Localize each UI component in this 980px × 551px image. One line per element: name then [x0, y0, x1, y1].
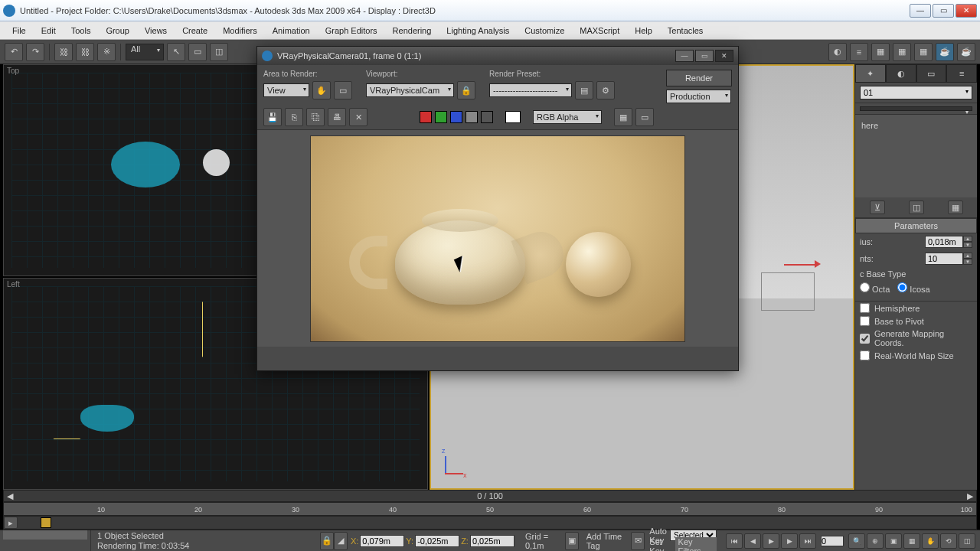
- prev-frame-button[interactable]: ◀: [744, 533, 761, 549]
- render-button-main[interactable]: Render: [666, 70, 732, 86]
- chk-basepivot[interactable]: [860, 316, 870, 326]
- time-next[interactable]: [967, 491, 973, 501]
- channel-red-button[interactable]: [420, 111, 432, 123]
- selection-filter-combo[interactable]: All: [126, 44, 164, 60]
- current-frame-input[interactable]: [821, 536, 844, 546]
- channel-mono-button[interactable]: [481, 111, 493, 123]
- z-input[interactable]: [470, 535, 514, 547]
- segments-input[interactable]: [925, 253, 963, 265]
- menu-views[interactable]: Views: [137, 23, 175, 38]
- area-to-render-combo[interactable]: View: [263, 83, 309, 97]
- radio-octa[interactable]: Octa: [860, 282, 890, 294]
- material-editor-button[interactable]: ◐: [828, 43, 847, 61]
- teapot-render-button[interactable]: ☕: [936, 43, 954, 61]
- link-button[interactable]: ⛓: [54, 43, 73, 61]
- channel-blue-button[interactable]: [450, 111, 462, 123]
- maximize-button[interactable]: ▭: [933, 4, 954, 18]
- x-input[interactable]: [360, 535, 404, 547]
- color-swatch[interactable]: [505, 111, 521, 123]
- show-result-button[interactable]: ◫: [909, 201, 924, 214]
- menu-rendering[interactable]: Rendering: [385, 23, 439, 38]
- pin-stack-button[interactable]: ⊻: [870, 201, 885, 214]
- channel-green-button[interactable]: [435, 111, 447, 123]
- toggle-overlay-button[interactable]: ▦: [614, 108, 632, 126]
- env-button[interactable]: ▤: [575, 81, 593, 99]
- trackbar-toggle[interactable]: ▸: [4, 517, 18, 529]
- menu-file[interactable]: File: [5, 23, 34, 38]
- edit-region-button[interactable]: ✋: [312, 81, 331, 99]
- add-time-tag[interactable]: Add Time Tag: [586, 532, 624, 550]
- tab-create[interactable]: ✦: [855, 64, 886, 83]
- time-ruler[interactable]: 10 20 30 40 50 60 70 80 90 100: [3, 502, 977, 516]
- move-gizmo[interactable]: [784, 257, 830, 272]
- tab-motion[interactable]: ≡: [946, 64, 977, 83]
- configure-button[interactable]: ▦: [948, 201, 963, 214]
- save-image-button[interactable]: 💾: [263, 108, 282, 126]
- toggle-ui-button[interactable]: ▭: [635, 108, 654, 126]
- quick-render-button[interactable]: ▦: [914, 43, 933, 61]
- play-button[interactable]: ▶: [763, 533, 779, 549]
- select-button[interactable]: ↖: [167, 43, 185, 61]
- render-mode-combo[interactable]: Production: [666, 90, 731, 103]
- key-filters-button[interactable]: Key Filters...: [675, 537, 717, 552]
- render-maximize-button[interactable]: ▭: [695, 50, 714, 62]
- render-window-titlebar[interactable]: VRayPhysicalCamera01, frame 0 (1:1) — ▭ …: [257, 47, 738, 65]
- auto-region-button[interactable]: ▭: [334, 81, 352, 99]
- pan-button[interactable]: ✋: [922, 533, 939, 549]
- segments-spinner[interactable]: ▲▼: [925, 253, 972, 265]
- menu-tools[interactable]: Tools: [64, 23, 99, 38]
- lock-selection-button[interactable]: 🔒: [320, 532, 334, 550]
- redo-button[interactable]: ↷: [26, 43, 44, 61]
- modifier-list-combo[interactable]: [860, 106, 972, 111]
- radio-icosa[interactable]: Icosa: [897, 282, 929, 294]
- maximize-viewport-button[interactable]: ◫: [959, 533, 975, 549]
- lock-viewport-button[interactable]: 🔒: [457, 81, 475, 99]
- time-prev[interactable]: [7, 491, 13, 501]
- channel-display-combo[interactable]: RGB Alpha: [533, 110, 602, 124]
- radius-input[interactable]: [925, 236, 963, 248]
- set-key-button[interactable]: Set Key: [649, 537, 671, 552]
- object-name-combo[interactable]: 01: [860, 86, 972, 99]
- chk-mapping[interactable]: [860, 334, 870, 344]
- render-preset-combo[interactable]: -----------------------: [489, 83, 572, 97]
- close-button[interactable]: ✕: [956, 4, 977, 18]
- goto-start-button[interactable]: ⏮: [726, 533, 743, 549]
- render-viewport-combo[interactable]: VRayPhysicalCam: [366, 83, 454, 97]
- menu-tentacles[interactable]: Tentacles: [660, 23, 710, 38]
- channel-alpha-button[interactable]: [466, 111, 478, 123]
- chk-realworld[interactable]: [860, 350, 870, 360]
- setup-button[interactable]: ⚙: [596, 81, 615, 99]
- menu-modifiers[interactable]: Modifiers: [215, 23, 265, 38]
- tab-modify[interactable]: ◐: [886, 64, 916, 83]
- minimize-button[interactable]: —: [910, 4, 931, 18]
- chk-hemisphere[interactable]: [860, 303, 870, 313]
- clear-button[interactable]: ✕: [349, 108, 368, 126]
- modifier-stack[interactable]: here: [855, 115, 977, 197]
- render-close-button[interactable]: ✕: [715, 50, 733, 62]
- render-setup-button[interactable]: ≡: [850, 43, 868, 61]
- menu-animation[interactable]: Animation: [265, 23, 318, 38]
- render-frame-button[interactable]: ▦: [871, 43, 890, 61]
- clone-button[interactable]: ⿻: [306, 108, 325, 126]
- trackbar[interactable]: ▸: [3, 516, 977, 530]
- copy-image-button[interactable]: ⎘: [285, 108, 303, 126]
- select-name-button[interactable]: ▭: [188, 43, 207, 61]
- menu-create[interactable]: Create: [175, 23, 215, 38]
- comm-center-button[interactable]: ✉: [631, 532, 645, 550]
- keyframe-marker[interactable]: [41, 517, 51, 528]
- menu-edit[interactable]: Edit: [34, 23, 64, 38]
- zoom-all-button[interactable]: ⊕: [867, 533, 884, 549]
- menu-group[interactable]: Group: [98, 23, 137, 38]
- menu-graph-editors[interactable]: Graph Editors: [318, 23, 385, 38]
- menu-maxscript[interactable]: MAXScript: [572, 23, 627, 38]
- render-output-viewport[interactable]: [257, 130, 738, 347]
- absolute-mode-button[interactable]: ◢: [334, 532, 348, 550]
- unlink-button[interactable]: ⛓: [76, 43, 94, 61]
- time-slider[interactable]: 0 / 100: [3, 490, 977, 502]
- stack-item[interactable]: here: [860, 119, 972, 132]
- menu-customize[interactable]: Customize: [517, 23, 572, 38]
- render-button[interactable]: ▦: [893, 43, 911, 61]
- rollout-parameters[interactable]: Parameters: [855, 218, 977, 233]
- zoom-extents-all-button[interactable]: ▦: [903, 533, 920, 549]
- orbit-button[interactable]: ⟲: [940, 533, 957, 549]
